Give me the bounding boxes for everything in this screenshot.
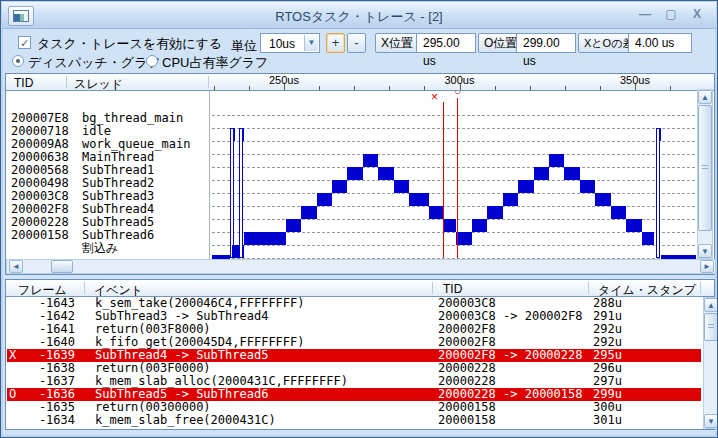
tid-column-header[interactable]: TID xyxy=(443,282,462,296)
thread-list-item[interactable]: 割込み xyxy=(6,242,209,255)
minor-tick xyxy=(249,86,250,90)
x-cursor-line[interactable] xyxy=(443,102,444,258)
scroll-up-icon[interactable]: ▲ xyxy=(704,298,718,312)
column-separator[interactable] xyxy=(588,282,589,294)
minor-tick xyxy=(670,86,671,90)
scroll-down-icon[interactable]: ▼ xyxy=(704,414,718,428)
minor-tick xyxy=(319,86,320,90)
tick-label: 250us xyxy=(267,74,301,86)
x-position-value: 295.00 us xyxy=(416,33,476,53)
x-cursor-icon[interactable]: × xyxy=(431,91,438,103)
column-separator[interactable] xyxy=(84,282,85,294)
table-scroll-thumb[interactable] xyxy=(704,313,718,341)
dispatch-block xyxy=(534,167,549,180)
dispatch-block xyxy=(317,193,332,206)
minor-tick xyxy=(389,86,390,90)
o-cursor-line[interactable] xyxy=(457,98,458,258)
minor-tick xyxy=(495,86,496,90)
tick-label: 350us xyxy=(618,74,652,86)
maximize-button[interactable]: ▢ xyxy=(662,5,680,23)
x-position-button[interactable]: X位置 xyxy=(375,33,419,53)
graph-header: TID スレッド 250us300us350us xyxy=(6,74,714,91)
grid-line xyxy=(212,245,695,246)
dispatch-block xyxy=(456,232,471,245)
minimize-button[interactable]: — xyxy=(636,5,654,23)
dispatch-block xyxy=(611,206,626,219)
scroll-up-icon[interactable]: ▲ xyxy=(698,90,712,104)
dispatch-block xyxy=(549,154,564,167)
minor-tick xyxy=(565,86,566,90)
dispatch-block xyxy=(580,180,595,193)
dispatch-block xyxy=(595,193,610,206)
grid-line xyxy=(212,154,695,155)
dispatch-block xyxy=(626,219,641,232)
dispatch-block xyxy=(301,206,316,219)
grid-line xyxy=(212,128,695,129)
grid-line xyxy=(212,115,695,116)
xo-difference-value: 4.00 us xyxy=(628,33,692,53)
chevron-down-icon[interactable]: ▼ xyxy=(304,35,318,51)
window-title: RTOSタスク・トレース - [2] xyxy=(2,8,716,26)
zoom-out-button[interactable]: - xyxy=(347,33,366,53)
time-ruler: 250us300us350us xyxy=(6,74,698,90)
event-rows: -1643k_sem_take(200046C4,FFFFFFFF)200003… xyxy=(6,297,702,428)
scroll-down-icon[interactable]: ▼ xyxy=(698,244,712,258)
minor-tick xyxy=(214,86,215,90)
dispatch-block xyxy=(363,154,378,167)
dispatch-block xyxy=(378,167,393,180)
o-cursor-icon[interactable]: ○ xyxy=(454,91,461,97)
graph-scroll-thumb[interactable] xyxy=(698,105,712,231)
thumb-grip-icon xyxy=(702,165,708,170)
dispatch-graph-radio[interactable] xyxy=(12,55,24,67)
table-row[interactable]: -1634k_mem_slab_free(2000431C)2000015830… xyxy=(7,414,701,427)
dispatch-block xyxy=(564,167,579,180)
grid-line xyxy=(212,141,695,142)
zoom-in-button[interactable]: + xyxy=(326,33,345,53)
grid-line xyxy=(212,180,695,181)
graph-hscroll-thumb[interactable] xyxy=(51,260,73,273)
table-vertical-scrollbar[interactable]: ▲ ▼ xyxy=(703,297,718,429)
dispatch-switch-bar xyxy=(230,128,234,258)
thumb-grip-icon xyxy=(708,324,714,329)
dispatch-block xyxy=(518,180,533,193)
title-bar: RTOSタスク・トレース - [2] — ▢ X xyxy=(2,2,716,29)
close-button[interactable]: X xyxy=(688,5,706,23)
dispatch-switch-bar xyxy=(656,128,660,258)
column-separator[interactable] xyxy=(700,282,701,294)
dispatch-block xyxy=(286,219,301,232)
unit-select[interactable]: 10us ▼ xyxy=(260,33,320,53)
o-position-value: 299.00 us xyxy=(516,33,576,53)
graph-vertical-scrollbar[interactable]: ▲ ▼ xyxy=(697,89,713,259)
dispatch-plot[interactable]: ×○ xyxy=(209,91,697,259)
graph-mode-group: ディスパッチ・グラフ CPU占有率グラフ xyxy=(4,51,714,73)
window-controls: — ▢ X xyxy=(636,5,706,23)
graph-horizontal-scrollbar[interactable]: ◄ ► xyxy=(6,259,716,274)
thread-list: 200007E8bg_thread_main20000718idle200009… xyxy=(6,91,209,259)
dispatch-switch-bar xyxy=(239,128,243,258)
enable-trace-checkbox[interactable]: ✓ xyxy=(18,36,31,49)
scroll-left-icon[interactable]: ◄ xyxy=(9,260,23,273)
dispatch-graph-label: ディスパッチ・グラフ xyxy=(28,54,161,72)
dispatch-block xyxy=(642,232,655,245)
minor-tick xyxy=(424,86,425,90)
dispatch-block xyxy=(472,219,487,232)
scroll-right-icon[interactable]: ► xyxy=(700,260,714,273)
cpu-usage-graph-radio[interactable] xyxy=(146,55,158,67)
dispatch-block xyxy=(394,180,409,193)
grid-line xyxy=(212,193,695,194)
tick-label: 300us xyxy=(443,74,477,86)
dispatch-block xyxy=(244,232,285,245)
minor-tick xyxy=(600,86,601,90)
grid-line xyxy=(212,167,695,168)
event-table-header: フレーム イベント TID タイム・スタンプ xyxy=(6,280,714,297)
dispatch-graph-panel: TID スレッド 250us300us350us 200007E8bg_thre… xyxy=(5,73,715,275)
event-table-panel: フレーム イベント TID タイム・スタンプ -1643k_sem_take(2… xyxy=(5,279,715,430)
dispatch-block xyxy=(444,219,456,232)
dispatch-block xyxy=(487,206,502,219)
minor-tick xyxy=(530,86,531,90)
dispatch-block xyxy=(332,180,347,193)
dispatch-block xyxy=(409,193,429,206)
column-separator[interactable] xyxy=(432,282,433,294)
cpu-usage-graph-label: CPU占有率グラフ xyxy=(162,54,268,72)
rtos-task-trace-window: RTOSタスク・トレース - [2] — ▢ X ✓ タスク・トレースを有効にす… xyxy=(0,0,718,438)
